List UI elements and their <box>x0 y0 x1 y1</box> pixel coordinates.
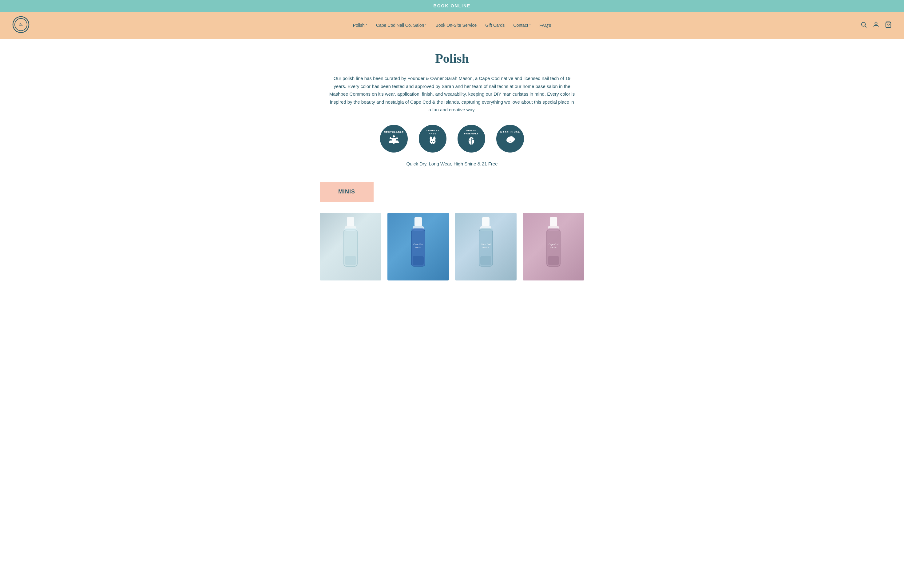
main-nav: Polish Cape Cod Nail Co. Salon Book On-S… <box>353 23 551 28</box>
svg-text:Nail Co.: Nail Co. <box>550 247 556 248</box>
product-card-1[interactable] <box>320 213 381 280</box>
svg-point-3 <box>861 22 866 26</box>
tagline: Quick Dry, Long Wear, High Shine & 21 Fr… <box>320 161 584 166</box>
svg-text:Cape Cod: Cape Cod <box>548 243 559 246</box>
svg-point-11 <box>433 141 435 142</box>
login-icon[interactable] <box>872 21 879 30</box>
svg-point-5 <box>875 22 877 24</box>
book-online-link[interactable]: BOOK ONLINE <box>433 3 471 8</box>
nav-contact[interactable]: Contact <box>513 23 531 28</box>
section-minis-label: MINIS <box>320 182 374 202</box>
header-icons <box>860 21 892 30</box>
header: ©. Polish Cape Cod Nail Co. Salon Book O… <box>0 12 904 39</box>
badge-vegan-friendly: VEGAN FRIENDLY <box>458 125 485 153</box>
page-title: Polish <box>320 51 584 66</box>
svg-point-12 <box>510 141 511 142</box>
svg-text:Nail Co.: Nail Co. <box>482 247 489 248</box>
svg-point-17 <box>344 228 357 231</box>
search-icon[interactable] <box>860 21 867 30</box>
svg-line-4 <box>865 26 866 27</box>
badge-recyclable: RECYCLABLE <box>380 125 408 153</box>
nav-faq[interactable]: FAQ's <box>540 23 551 28</box>
svg-rect-32 <box>550 217 557 226</box>
svg-text:Nail Co.: Nail Co. <box>415 247 421 248</box>
cart-icon[interactable] <box>885 21 892 30</box>
product-card-3[interactable]: Cape Cod Nail Co. <box>455 213 517 280</box>
product-grid: Cape Cod Nail Co. Cape Cod Na <box>320 213 584 280</box>
badges-section: RECYCLABLE CRUELTY FREE <box>320 125 584 153</box>
svg-point-10 <box>431 141 432 142</box>
svg-rect-21 <box>412 256 424 265</box>
svg-text:©.: ©. <box>19 22 23 27</box>
nav-polish[interactable]: Polish <box>353 23 367 28</box>
svg-point-36 <box>547 228 560 231</box>
svg-point-8 <box>430 136 432 141</box>
product-image-4: Cape Cod Nail Co. <box>523 213 584 280</box>
badge-cruelty-free: CRUELTY FREE <box>419 125 446 153</box>
svg-point-22 <box>411 228 425 231</box>
product-card-2[interactable]: Cape Cod Nail Co. <box>387 213 449 280</box>
logo[interactable]: ©. <box>12 16 30 35</box>
product-image-3: Cape Cod Nail Co. <box>455 213 517 280</box>
top-banner[interactable]: BOOK ONLINE <box>0 0 904 12</box>
nav-salon[interactable]: Cape Cod Nail Co. Salon <box>376 23 427 28</box>
svg-text:Cape Cod: Cape Cod <box>413 243 424 246</box>
product-image-2: Cape Cod Nail Co. <box>387 213 449 280</box>
svg-point-29 <box>479 228 493 231</box>
nav-book-onsite[interactable]: Book On-Site Service <box>435 23 477 28</box>
svg-point-9 <box>433 136 436 141</box>
badge-made-in-usa: MADE IN USA <box>496 125 524 153</box>
svg-rect-16 <box>345 256 356 265</box>
svg-rect-35 <box>548 256 559 265</box>
svg-text:Cape Cod: Cape Cod <box>481 243 491 246</box>
svg-rect-25 <box>482 217 490 226</box>
product-image-1 <box>320 213 381 280</box>
product-card-4[interactable]: Cape Cod Nail Co. <box>523 213 584 280</box>
svg-rect-28 <box>480 256 492 265</box>
svg-rect-13 <box>347 217 354 226</box>
svg-rect-18 <box>414 217 422 226</box>
main-content: Polish Our polish line has been curated … <box>314 39 590 299</box>
nav-gift-cards[interactable]: Gift Cards <box>485 23 504 28</box>
page-description: Our polish line has been curated by Foun… <box>329 74 575 114</box>
